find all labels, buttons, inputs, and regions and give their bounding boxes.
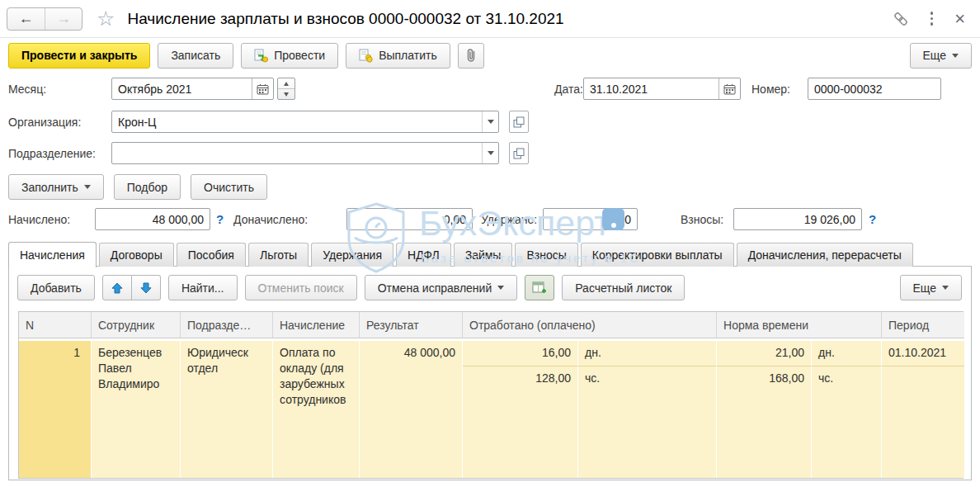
add-row-button[interactable]: Добавить (17, 275, 95, 300)
command-bar: Провести и закрыть Записать Провести Вып… (8, 42, 972, 69)
organization-field[interactable]: Крон-Ц (111, 111, 499, 133)
move-up-button[interactable] (102, 275, 132, 300)
arrow-up-icon (111, 282, 123, 294)
accrued-help-link[interactable]: ? (216, 212, 224, 226)
tab-accruals[interactable]: Начисления (8, 242, 97, 267)
accrued-field[interactable]: 48 000,00 (95, 208, 210, 230)
header-accrual[interactable]: Начисление (273, 312, 360, 338)
tab-recalculations[interactable]: Доначисления, перерасчеты (737, 243, 913, 267)
department-dropdown-button[interactable] (482, 143, 498, 163)
chevron-down-icon (497, 286, 504, 290)
move-down-button[interactable] (132, 275, 161, 300)
link-icon[interactable] (893, 11, 909, 27)
title-bar: ← → ☆ Начисление зарплаты и взносов 0000… (0, 0, 980, 38)
filler-cell (812, 395, 882, 478)
department-label: Подразделение: (8, 147, 96, 160)
header-period[interactable]: Период (882, 312, 964, 338)
month-spinner (277, 78, 295, 100)
tab-contracts[interactable]: Договоры (99, 243, 174, 267)
chevron-down-icon (84, 185, 91, 189)
department-open-button[interactable] (509, 142, 529, 164)
tab-benefits[interactable]: Пособия (177, 243, 246, 267)
tab-payment-adjustments[interactable]: Корректировки выплаты (581, 243, 734, 267)
forward-button[interactable]: → (45, 8, 82, 30)
added-label: Доначислено: (233, 213, 308, 226)
contributions-field[interactable]: 19 026,00 (733, 208, 862, 230)
paperclip-icon (466, 48, 476, 63)
pick-button[interactable]: Подбор (114, 174, 181, 200)
filler-cell (717, 395, 812, 478)
payslip-button[interactable]: Расчетный листок (562, 275, 685, 300)
header-department[interactable]: Подразде… (181, 312, 273, 338)
header-worked[interactable]: Отработано (оплачено) (463, 312, 717, 338)
date-calendar-button[interactable] (719, 78, 740, 99)
cell-worked-days[interactable]: 16,00 (463, 338, 578, 366)
post-button[interactable]: Провести (241, 43, 338, 69)
spinner-up-icon (284, 82, 289, 86)
cell-employee[interactable]: Березенцев Павел Владимиро (92, 338, 181, 478)
back-button[interactable]: ← (7, 8, 45, 30)
month-field[interactable]: Октябрь 2021 (111, 78, 274, 100)
tab-loans[interactable]: Займы (454, 243, 513, 267)
tab-privileges[interactable]: Льготы (248, 243, 309, 267)
header-result[interactable]: Результат (360, 312, 463, 338)
date-label: Дата: (554, 83, 583, 96)
withheld-field[interactable]: 0,00 (543, 208, 638, 230)
write-button[interactable]: Записать (158, 43, 233, 69)
cell-norm-hours[interactable]: 168,00 (717, 366, 812, 395)
cell-worked-hours[interactable]: 128,00 (463, 366, 578, 395)
header-norm[interactable]: Норма времени (717, 312, 882, 338)
cell-department[interactable]: Юридическ отдел (181, 338, 273, 478)
table-add-icon (532, 281, 547, 295)
cell-norm-days-unit: дн. (812, 338, 882, 366)
kebab-menu-icon[interactable] (929, 10, 935, 27)
insert-column-button[interactable] (525, 275, 554, 300)
grid-toolbar: Добавить Найти... Отменить поиск Отмена … (17, 275, 962, 300)
pay-button-label: Выплатить (379, 49, 437, 62)
cell-n[interactable]: 1 (19, 338, 92, 478)
cell-result[interactable]: 48 000,00 (360, 338, 463, 478)
month-value: Октябрь 2021 (112, 78, 252, 99)
month-spinner-up[interactable] (278, 78, 294, 88)
close-icon[interactable]: × (954, 10, 965, 28)
header-n[interactable]: N (19, 312, 92, 338)
organization-value: Крон-Ц (112, 111, 482, 132)
tab-ndfl[interactable]: НДФЛ (396, 243, 451, 267)
cell-norm-days[interactable]: 21,00 (717, 338, 812, 366)
number-value: 0000-000032 (808, 78, 940, 99)
cell-accrual[interactable]: Оплата по окладу (для зарубежных сотрудн… (273, 338, 360, 478)
undo-fixes-button[interactable]: Отмена исправлений (365, 275, 518, 300)
contributions-value: 19 026,00 (734, 209, 861, 229)
accrued-label: Начислено: (8, 213, 70, 226)
number-field[interactable]: 0000-000032 (808, 78, 941, 100)
favorite-star-icon[interactable]: ☆ (97, 7, 115, 31)
post-button-label: Провести (274, 49, 325, 62)
contributions-label: Взносы: (681, 213, 723, 226)
tab-deductions[interactable]: Удержания (311, 243, 393, 267)
withheld-label: Удержано: (481, 213, 537, 226)
date-field[interactable]: 31.10.2021 (583, 78, 741, 100)
contributions-help-link[interactable]: ? (869, 212, 876, 226)
header-employee[interactable]: Сотрудник (92, 312, 181, 338)
attachments-button[interactable] (458, 43, 484, 69)
more-button-grid[interactable]: Еще (900, 275, 963, 300)
find-button[interactable]: Найти... (168, 275, 238, 300)
organization-open-button[interactable] (509, 111, 529, 133)
forward-arrow-icon: → (56, 10, 71, 27)
chevron-down-icon (952, 54, 959, 58)
tab-contributions[interactable]: Взносы (515, 243, 577, 267)
tab-strip: Начисления Договоры Пособия Льготы Удерж… (8, 241, 972, 267)
cancel-search-button[interactable]: Отменить поиск (245, 275, 357, 300)
post-and-close-button[interactable]: Провести и закрыть (8, 43, 150, 69)
month-calendar-button[interactable] (252, 78, 273, 99)
cell-period[interactable]: 01.10.2021 (882, 338, 964, 366)
added-field[interactable]: 0,00 (346, 208, 473, 230)
clear-button[interactable]: Очистить (191, 174, 267, 200)
more-button-top[interactable]: Еще (910, 43, 973, 69)
department-field[interactable] (111, 142, 499, 164)
pay-button[interactable]: Выплатить (346, 43, 450, 69)
month-spinner-down[interactable] (278, 88, 294, 99)
fill-button[interactable]: Заполнить (8, 174, 104, 200)
move-row-group (102, 275, 161, 300)
organization-dropdown-button[interactable] (482, 111, 498, 132)
